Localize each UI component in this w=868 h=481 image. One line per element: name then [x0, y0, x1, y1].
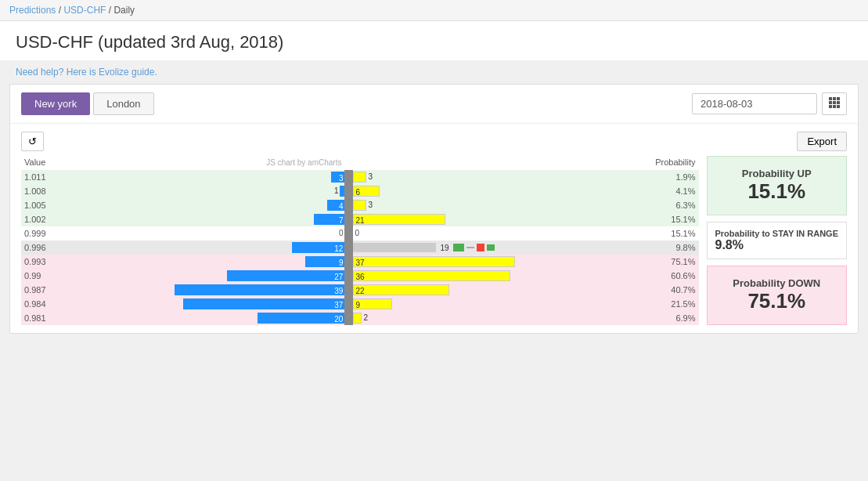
calendar-icon-btn[interactable] — [822, 92, 847, 115]
side-panels: Probability UP 15.1% Probability to STAY… — [699, 156, 848, 325]
table-row: 0.987392240.7% — [21, 283, 699, 297]
bar-divider — [344, 212, 353, 226]
header-prob: Probability — [634, 156, 699, 170]
panel-range-value: 9.8% — [715, 238, 839, 252]
bar-left: 9 — [64, 255, 344, 269]
help-section: Need help? Here is Evolize guide. — [0, 60, 868, 84]
row-value: 1.002 — [21, 212, 64, 226]
panel-range-label: Probability to STAY IN RANGE — [715, 229, 839, 238]
table-row: 0.98437921.5% — [21, 297, 699, 311]
header-value: Value — [21, 156, 64, 170]
main-container: New york London ↺ Exp — [9, 84, 859, 334]
bar-right: 19 — [353, 240, 633, 255]
refresh-button[interactable]: ↺ — [21, 132, 44, 151]
svg-rect-8 — [837, 105, 840, 108]
breadcrumb-predictions[interactable]: Predictions — [9, 5, 56, 16]
bar-left: 3 — [64, 170, 344, 184]
row-probability: 9.8% — [634, 240, 699, 255]
bar-left: 12 — [64, 240, 344, 255]
bar-divider — [344, 240, 353, 255]
export-button[interactable]: Export — [797, 132, 847, 151]
tab-newyork[interactable]: New york — [21, 92, 90, 115]
chart-section: Value JS chart by amCharts Probability 1… — [21, 156, 699, 325]
bar-left: 39 — [64, 283, 344, 297]
bar-left: 27 — [64, 269, 344, 283]
svg-rect-2 — [837, 97, 840, 100]
chart-table: Value JS chart by amCharts Probability 1… — [21, 156, 699, 325]
table-row: 0.99393775.1% — [21, 255, 699, 269]
svg-rect-0 — [829, 97, 832, 100]
row-value: 0.987 — [21, 283, 64, 297]
row-probability: 1.9% — [634, 170, 699, 184]
chart-toolbar: ↺ Export — [21, 132, 847, 151]
bar-divider — [344, 184, 353, 198]
breadcrumb-pair[interactable]: USD-CHF — [63, 5, 106, 16]
bar-left: 20 — [64, 311, 344, 325]
help-link[interactable]: Need help? Here is Evolize guide. — [16, 67, 157, 78]
panel-down: Probability DOWN 75.1% — [707, 266, 848, 325]
bar-right: 9 — [353, 297, 633, 311]
bar-right: 3 — [353, 170, 633, 184]
tab-row: New york London — [10, 85, 858, 124]
bar-right: 21 — [353, 212, 633, 226]
breadcrumb-timeframe: Daily — [113, 5, 135, 16]
date-input[interactable] — [692, 93, 817, 114]
table-row: 1.011331.9% — [21, 170, 699, 184]
bar-left: 0 — [64, 226, 344, 240]
bar-left: 1 — [64, 184, 344, 198]
row-value: 0.981 — [21, 311, 64, 325]
page-title: USD-CHF (updated 3rd Aug, 2018) — [16, 32, 852, 52]
row-value: 1.008 — [21, 184, 64, 198]
table-row: 0.99273660.6% — [21, 269, 699, 283]
breadcrumb: Predictions / USD-CHF / Daily — [0, 0, 868, 21]
bar-left: 37 — [64, 297, 344, 311]
bar-right: 22 — [353, 283, 633, 297]
bar-left: 4 — [64, 198, 344, 212]
bar-divider — [344, 311, 353, 325]
row-value: 0.996 — [21, 240, 64, 255]
table-row: 0.9990015.1% — [21, 226, 699, 240]
table-row: 1.008164.1% — [21, 184, 699, 198]
svg-rect-6 — [829, 105, 832, 108]
row-probability: 4.1% — [634, 184, 699, 198]
row-probability: 40.7% — [634, 283, 699, 297]
row-probability: 6.9% — [634, 311, 699, 325]
grid-icon — [829, 97, 840, 108]
table-row: 0.99612199.8% — [21, 240, 699, 255]
bar-divider — [344, 297, 353, 311]
svg-rect-5 — [837, 101, 840, 104]
svg-rect-3 — [829, 101, 832, 104]
row-probability: 15.1% — [634, 226, 699, 240]
row-probability: 15.1% — [634, 212, 699, 226]
row-value: 0.999 — [21, 226, 64, 240]
bar-right: 3 — [353, 198, 633, 212]
row-probability: 6.3% — [634, 198, 699, 212]
bar-right: 6 — [353, 184, 633, 198]
chart-wrapper: Value JS chart by amCharts Probability 1… — [21, 156, 847, 325]
panel-up-value: 15.1% — [720, 179, 834, 204]
panel-up: Probability UP 15.1% — [707, 156, 848, 215]
bar-divider — [344, 283, 353, 297]
chart-area: ↺ Export Value JS chart by amCharts — [10, 124, 858, 333]
header-amcharts: JS chart by amCharts — [64, 156, 344, 170]
table-row: 0.9812026.9% — [21, 311, 699, 325]
bar-divider — [344, 170, 353, 184]
svg-rect-4 — [833, 101, 836, 104]
table-row: 1.00272115.1% — [21, 212, 699, 226]
bar-left: 7 — [64, 212, 344, 226]
bar-divider — [344, 198, 353, 212]
row-value: 0.99 — [21, 269, 64, 283]
row-probability: 60.6% — [634, 269, 699, 283]
table-row: 1.005436.3% — [21, 198, 699, 212]
panel-up-label: Probability UP — [720, 168, 834, 179]
bar-right: 0 — [353, 226, 633, 240]
page-header: USD-CHF (updated 3rd Aug, 2018) — [0, 21, 868, 60]
tab-london[interactable]: London — [93, 92, 153, 115]
panel-down-label: Probability DOWN — [720, 277, 834, 289]
panel-down-value: 75.1% — [720, 289, 834, 313]
row-probability: 21.5% — [634, 297, 699, 311]
svg-rect-1 — [833, 97, 836, 100]
row-value: 1.005 — [21, 198, 64, 212]
row-probability: 75.1% — [634, 255, 699, 269]
bar-right: 37 — [353, 255, 633, 269]
